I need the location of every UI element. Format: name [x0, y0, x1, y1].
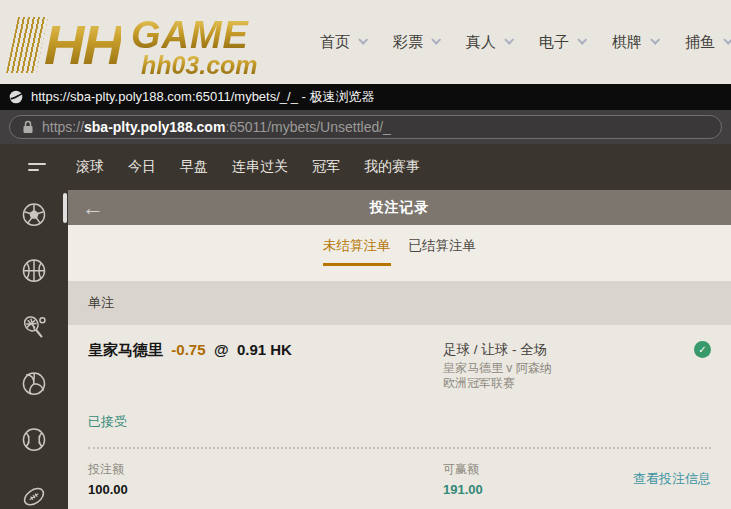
logo-hh: HH — [44, 17, 121, 73]
bet-tabs: 未结算注单 已结算注单 — [68, 225, 731, 281]
window-title: https://sba-plty.poly188.com:65011/mybet… — [31, 88, 374, 106]
bet-match: 皇家马德里 v 阿森纳 — [443, 361, 687, 376]
stake-block: 投注额 100.00 — [88, 461, 443, 497]
accepted-check-icon: ✓ — [694, 341, 711, 358]
bet-handicap: -0.75 — [171, 341, 205, 358]
site-logo[interactable]: HH GAME hh03.com — [0, 7, 258, 77]
menu-item-home[interactable]: 首页 — [320, 33, 366, 52]
site-header: HH GAME hh03.com 首页 彩票 真人 电子 棋牌 捕鱼 — [0, 0, 731, 84]
sports-sidebar — [0, 190, 68, 509]
body: ← 投注记录 未结算注单 已结算注单 单注 皇家马德里 -0.75 @ 0.91… — [0, 190, 731, 509]
back-arrow-icon[interactable]: ← — [82, 191, 104, 224]
chevron-down-icon — [650, 34, 660, 44]
nav-item-early[interactable]: 早盘 — [180, 158, 208, 176]
menu-icon[interactable] — [28, 163, 48, 171]
betting-app-window: HH GAME hh03.com 首页 彩票 真人 电子 棋牌 捕鱼 https… — [0, 0, 731, 509]
tab-unsettled[interactable]: 未结算注单 — [323, 237, 391, 266]
chevron-down-icon — [723, 34, 731, 44]
logo-game: GAME — [131, 17, 258, 53]
tennis-icon[interactable] — [21, 315, 47, 340]
url-path: :65011/mybets/Unsettled/_ — [225, 119, 391, 135]
nav-item-outright[interactable]: 冠军 — [312, 158, 340, 176]
url-scheme: https:// — [42, 119, 84, 135]
volleyball-icon[interactable] — [21, 371, 47, 396]
win-value: 191.00 — [443, 482, 633, 497]
stake-value: 100.00 — [88, 482, 443, 497]
url-host: sba-plty.poly188.com — [84, 119, 225, 135]
baseball-icon[interactable] — [21, 427, 47, 452]
bet-match-info: 足球 / 让球 - 全场 皇家马德里 v 阿森纳 欧洲冠军联赛 — [443, 341, 687, 391]
logo-domain: hh03.com — [131, 53, 258, 77]
sport-nav: 滚球 今日 早盘 连串过关 冠军 我的赛事 — [0, 144, 731, 190]
page-title: 投注记录 — [370, 199, 430, 217]
bet-status: 已接受 — [88, 413, 711, 431]
top-menu: 首页 彩票 真人 电子 棋牌 捕鱼 — [320, 33, 731, 52]
lock-icon — [22, 120, 34, 134]
menu-item-lottery[interactable]: 彩票 — [393, 33, 439, 52]
bet-selection: 皇家马德里 -0.75 @ 0.91 HK — [88, 341, 443, 360]
win-label: 可赢额 — [443, 461, 633, 478]
menu-item-live[interactable]: 真人 — [466, 33, 512, 52]
scrollbar-thumb[interactable] — [63, 193, 67, 223]
view-bet-info-link[interactable]: 查看投注信息 — [633, 470, 711, 488]
win-block: 可赢额 191.00 — [443, 461, 633, 497]
bet-card: 皇家马德里 -0.75 @ 0.91 HK 足球 / 让球 - 全场 皇家马德里… — [68, 325, 731, 509]
page-titlebar: ← 投注记录 — [68, 190, 731, 225]
at-sign: @ — [214, 341, 229, 358]
globe-icon — [8, 89, 24, 105]
chevron-down-icon — [577, 34, 587, 44]
nav-item-today[interactable]: 今日 — [128, 158, 156, 176]
section-label: 单注 — [68, 281, 731, 325]
chevron-down-icon — [504, 34, 514, 44]
menu-item-slots[interactable]: 电子 — [539, 33, 585, 52]
bet-league: 欧洲冠军联赛 — [443, 376, 687, 391]
tab-settled[interactable]: 已结算注单 — [409, 237, 477, 266]
chevron-down-icon — [431, 34, 441, 44]
american-football-icon[interactable] — [21, 484, 47, 509]
bet-market: 足球 / 让球 - 全场 — [443, 341, 687, 359]
menu-item-cards[interactable]: 棋牌 — [612, 33, 658, 52]
address-bar-area: https://sba-plty.poly188.com:65011/mybet… — [0, 110, 731, 144]
menu-item-fishing[interactable]: 捕鱼 — [685, 33, 731, 52]
bet-odds: 0.91 HK — [237, 341, 292, 358]
basketball-icon[interactable] — [21, 258, 47, 283]
main-content: ← 投注记录 未结算注单 已结算注单 单注 皇家马德里 -0.75 @ 0.91… — [68, 190, 731, 509]
nav-item-my-events[interactable]: 我的赛事 — [364, 158, 420, 176]
browser-titlebar: https://sba-plty.poly188.com:65011/mybet… — [0, 84, 731, 110]
nav-item-inplay[interactable]: 滚球 — [76, 158, 104, 176]
bet-row: 皇家马德里 -0.75 @ 0.91 HK 足球 / 让球 - 全场 皇家马德里… — [88, 341, 711, 391]
chevron-down-icon — [358, 34, 368, 44]
address-input[interactable]: https://sba-plty.poly188.com:65011/mybet… — [9, 115, 722, 139]
bet-stats-row: 投注额 100.00 可赢额 191.00 查看投注信息 — [88, 449, 711, 497]
nav-item-parlay[interactable]: 连串过关 — [232, 158, 288, 176]
stake-label: 投注额 — [88, 461, 443, 478]
logo-stripes-decoration — [6, 17, 48, 73]
soccer-icon[interactable] — [21, 202, 47, 227]
